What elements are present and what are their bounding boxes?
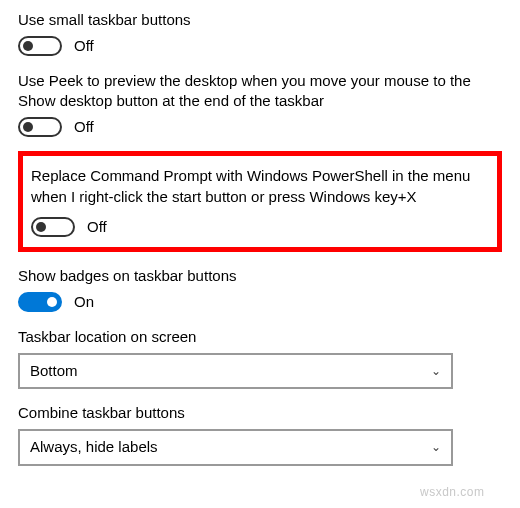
toggle-small-taskbar[interactable] bbox=[18, 36, 62, 56]
toggle-badges[interactable] bbox=[18, 292, 62, 312]
toggle-knob-icon bbox=[23, 122, 33, 132]
toggle-status-use-peek: Off bbox=[74, 117, 94, 137]
label-combine-buttons: Combine taskbar buttons bbox=[18, 403, 502, 423]
chevron-down-icon: ⌄ bbox=[431, 363, 441, 379]
watermark-text: wsxdn.com bbox=[420, 484, 485, 490]
setting-use-peek: Use Peek to preview the desktop when you… bbox=[18, 71, 502, 138]
dropdown-combine-buttons[interactable]: Always, hide labels ⌄ bbox=[18, 429, 453, 465]
highlighted-setting-powershell: Replace Command Prompt with Windows Powe… bbox=[18, 151, 502, 252]
dropdown-value-taskbar-location: Bottom bbox=[30, 361, 78, 381]
dropdown-value-combine-buttons: Always, hide labels bbox=[30, 437, 158, 457]
dropdown-taskbar-location[interactable]: Bottom ⌄ bbox=[18, 353, 453, 389]
toggle-use-peek[interactable] bbox=[18, 117, 62, 137]
setting-combine-buttons: Combine taskbar buttons Always, hide lab… bbox=[18, 403, 502, 466]
toggle-row-powershell: Off bbox=[31, 217, 489, 237]
toggle-status-badges: On bbox=[74, 292, 94, 312]
toggle-powershell[interactable] bbox=[31, 217, 75, 237]
toggle-status-powershell: Off bbox=[87, 217, 107, 237]
toggle-row-use-peek: Off bbox=[18, 117, 502, 137]
toggle-knob-icon bbox=[47, 297, 57, 307]
chevron-down-icon: ⌄ bbox=[431, 439, 441, 455]
label-use-peek: Use Peek to preview the desktop when you… bbox=[18, 71, 502, 112]
toggle-status-small-taskbar: Off bbox=[74, 36, 94, 56]
setting-taskbar-location: Taskbar location on screen Bottom ⌄ bbox=[18, 327, 502, 390]
toggle-row-small-taskbar: Off bbox=[18, 36, 502, 56]
toggle-knob-icon bbox=[23, 41, 33, 51]
setting-show-badges: Show badges on taskbar buttons On bbox=[18, 266, 502, 313]
label-replace-cmd-powershell: Replace Command Prompt with Windows Powe… bbox=[31, 166, 489, 207]
toggle-knob-icon bbox=[36, 222, 46, 232]
label-small-taskbar-buttons: Use small taskbar buttons bbox=[18, 10, 502, 30]
toggle-row-badges: On bbox=[18, 292, 502, 312]
label-show-badges: Show badges on taskbar buttons bbox=[18, 266, 502, 286]
label-taskbar-location: Taskbar location on screen bbox=[18, 327, 502, 347]
setting-replace-cmd-powershell: Replace Command Prompt with Windows Powe… bbox=[31, 166, 489, 237]
setting-small-taskbar-buttons: Use small taskbar buttons Off bbox=[18, 10, 502, 57]
